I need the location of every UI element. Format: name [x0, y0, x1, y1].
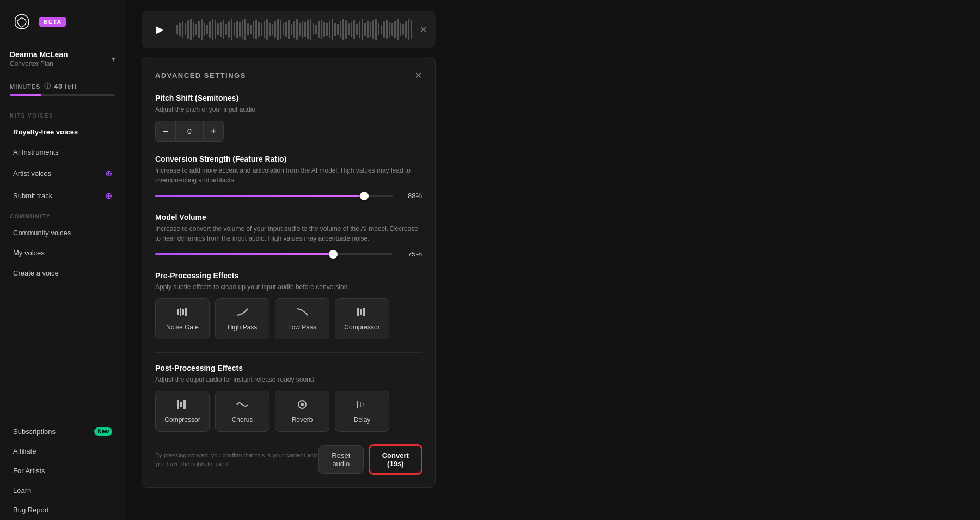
chorus-button[interactable]: Chorus	[215, 391, 270, 432]
model-volume-slider-container: 75%	[155, 250, 422, 258]
section-divider	[155, 352, 422, 353]
waveform-close-button[interactable]: ✕	[420, 25, 427, 35]
pitch-decrease-button[interactable]: −	[155, 121, 176, 142]
minutes-label-text: MINUTES	[10, 83, 41, 90]
compressor-pre-icon	[356, 307, 369, 320]
pitch-shift-title: Pitch Shift (Semitones)	[155, 94, 422, 102]
conversion-strength-desc: Increase to add more accent and articula…	[155, 166, 422, 185]
conversion-strength-title: Conversion Strength (Feature Ratio)	[155, 155, 422, 163]
kits-voices-section-label: KITS VOICES	[0, 106, 125, 122]
sidebar-item-bug-report[interactable]: Bug Report	[3, 500, 122, 519]
post-processing-section: Post-Processing Effects Adjust the outpu…	[155, 364, 422, 432]
low-pass-button[interactable]: Low Pass	[275, 298, 329, 339]
conversion-strength-slider-fill	[155, 195, 364, 197]
svg-rect-2	[182, 309, 184, 315]
model-volume-slider-track[interactable]	[155, 253, 393, 255]
chorus-label: Chorus	[232, 416, 253, 424]
high-pass-icon	[236, 307, 249, 320]
sidebar-item-ai-instruments[interactable]: AI Instruments	[3, 143, 122, 162]
waveform-player: ▶ ✕	[142, 11, 436, 48]
panel-close-button[interactable]: ✕	[415, 70, 422, 81]
sidebar-item-label: Learn	[13, 486, 31, 494]
logo-area: BETA	[0, 10, 125, 45]
pitch-value: 0	[176, 121, 203, 142]
model-volume-value: 75%	[399, 250, 422, 258]
sidebar-item-label: Community voices	[13, 229, 71, 237]
beta-badge: BETA	[39, 17, 66, 27]
high-pass-button[interactable]: High Pass	[215, 298, 270, 339]
chevron-down-icon: ▾	[112, 54, 115, 63]
high-pass-label: High Pass	[228, 323, 258, 331]
panel-title: ADVANCED SETTINGS	[155, 71, 246, 79]
svg-rect-6	[363, 308, 365, 316]
compressor-post-button[interactable]: Compressor	[155, 391, 210, 432]
conversion-strength-value: 88%	[399, 192, 422, 200]
model-volume-slider-fill	[155, 253, 333, 255]
low-pass-icon	[296, 307, 309, 320]
svg-rect-4	[357, 308, 359, 316]
sidebar-item-artist-voices[interactable]: Artist voices ⊕	[3, 163, 122, 184]
sidebar-item-label: Create a voice	[13, 269, 59, 277]
pitch-increase-button[interactable]: +	[203, 121, 224, 142]
convert-button[interactable]: Convert (19s)	[369, 445, 422, 474]
sidebar: BETA Deanna McLean Converter Plan ▾ MINU…	[0, 0, 125, 520]
user-menu[interactable]: Deanna McLean Converter Plan ▾	[0, 45, 125, 77]
conversion-strength-slider-track[interactable]	[155, 195, 393, 197]
sidebar-item-community-voices[interactable]: Community voices	[3, 223, 122, 242]
sidebar-item-label: Affiliate	[13, 447, 36, 455]
model-volume-section: Model Volume Increase to convert the vol…	[155, 213, 422, 258]
info-icon: ⓘ	[44, 82, 51, 91]
waveform-visualization	[176, 19, 413, 40]
app-logo-icon	[10, 10, 34, 34]
footer-button-group: Reset audio Convert (19s)	[318, 445, 422, 474]
sidebar-item-affiliate[interactable]: Affiliate	[3, 442, 122, 461]
conversion-strength-section: Conversion Strength (Feature Ratio) Incr…	[155, 155, 422, 200]
svg-rect-14	[363, 403, 364, 406]
low-pass-label: Low Pass	[288, 323, 316, 331]
compressor-pre-label: Compressor	[344, 323, 379, 331]
post-processing-effects-grid: Compressor Chorus Reverb	[155, 391, 422, 432]
delay-icon	[356, 399, 369, 413]
pitch-shift-desc: Adjust the pitch of your input audio.	[155, 105, 422, 114]
reverb-icon	[296, 399, 309, 413]
delay-label: Delay	[354, 416, 371, 424]
svg-rect-5	[360, 309, 362, 315]
svg-rect-1	[180, 308, 181, 316]
pre-processing-effects-grid: Noise Gate High Pass Low Pass	[155, 298, 422, 339]
pitch-control: − 0 +	[155, 121, 422, 142]
sidebar-item-learn[interactable]: Learn	[3, 481, 122, 500]
model-volume-slider-thumb	[329, 250, 338, 259]
main-content: ▶ ✕ ADVANCED SETTINGS ✕ Pitch Shift (Sem…	[125, 0, 980, 520]
minutes-bar-fill	[10, 94, 41, 96]
svg-rect-8	[180, 402, 182, 407]
panel-footer: By pressing convert, you confirm that th…	[155, 445, 422, 474]
sidebar-item-label: Artist voices	[13, 169, 51, 178]
panel-header: ADVANCED SETTINGS ✕	[155, 70, 422, 81]
reverb-button[interactable]: Reverb	[275, 391, 329, 432]
minutes-count: 40 left	[54, 83, 77, 90]
sidebar-item-label: For Artists	[13, 467, 45, 475]
sidebar-item-my-voices[interactable]: My voices	[3, 243, 122, 262]
sidebar-item-label: My voices	[13, 249, 45, 257]
conversion-strength-slider-container: 88%	[155, 192, 422, 200]
chorus-icon	[236, 399, 249, 413]
sidebar-item-for-artists[interactable]: For Artists	[3, 461, 122, 480]
reverb-label: Reverb	[292, 416, 313, 424]
play-button[interactable]: ▶	[150, 20, 170, 39]
sidebar-item-create-voice[interactable]: Create a voice	[3, 264, 122, 283]
delay-button[interactable]: Delay	[335, 391, 389, 432]
model-volume-desc: Increase to convert the volume of your i…	[155, 224, 422, 243]
new-badge: New	[94, 427, 112, 436]
noise-gate-button[interactable]: Noise Gate	[155, 298, 210, 339]
sidebar-item-subscriptions[interactable]: Subscriptions New	[3, 422, 122, 441]
compressor-pre-button[interactable]: Compressor	[335, 298, 389, 339]
pre-processing-title: Pre-Processing Effects	[155, 271, 422, 280]
minutes-bar	[10, 94, 115, 96]
svg-rect-3	[185, 308, 187, 316]
sidebar-item-submit-track[interactable]: Submit track ⊕	[3, 185, 122, 206]
sidebar-item-royalty-free[interactable]: Royalty-free voices	[3, 123, 122, 142]
add-submit-track-icon: ⊕	[105, 191, 112, 201]
reset-audio-button[interactable]: Reset audio	[318, 445, 364, 474]
add-artist-voice-icon: ⊕	[105, 168, 112, 179]
sidebar-item-label: Royalty-free voices	[13, 128, 78, 136]
